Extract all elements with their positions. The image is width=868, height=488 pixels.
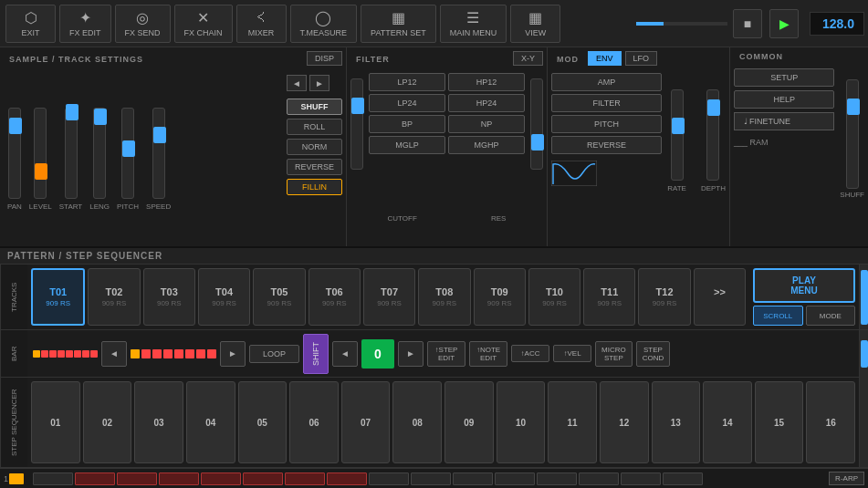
lfo-tab[interactable]: LFO: [625, 51, 658, 66]
steps-scrollbar[interactable]: [859, 378, 868, 467]
disp-button[interactable]: DISP: [307, 51, 342, 66]
step-09[interactable]: 09: [444, 381, 494, 463]
step-03[interactable]: 03: [134, 381, 183, 463]
track-t07[interactable]: T07 909 RS: [363, 268, 415, 326]
track-t11[interactable]: T11 909 RS: [583, 268, 635, 326]
note-edit-button[interactable]: ↑NOTEEDIT: [469, 341, 507, 367]
step-05[interactable]: 05: [238, 381, 288, 463]
track-t06[interactable]: T06 909 RS: [309, 268, 361, 326]
help-button[interactable]: HELP: [734, 90, 834, 109]
bar-next-button[interactable]: ►: [220, 341, 246, 367]
mglp-button[interactable]: MGLP: [369, 136, 445, 154]
lp24-button[interactable]: LP24: [369, 94, 445, 112]
bp-button[interactable]: BP: [369, 115, 445, 133]
mghp-button[interactable]: MGHP: [448, 136, 525, 154]
mode-button[interactable]: MODE: [806, 306, 856, 326]
step-edit-button[interactable]: ↑STEPEDIT: [427, 341, 465, 367]
step-13[interactable]: 13: [652, 381, 701, 463]
view-button[interactable]: ▦ VIEW: [510, 5, 560, 43]
reverse-mod-button[interactable]: REVERSE: [551, 136, 662, 154]
step-controls-scrollbar[interactable]: [859, 330, 868, 378]
bottom-mini-10: [411, 472, 451, 485]
depth-slider[interactable]: DEPTH: [701, 89, 726, 192]
arrow-left-button[interactable]: ◄: [287, 75, 307, 91]
sample-track-label: SAMPLE / TRACK SETTINGS: [4, 51, 149, 66]
step-08[interactable]: 08: [392, 381, 442, 463]
lp12-button[interactable]: LP12: [369, 73, 445, 91]
norm-button[interactable]: NORM: [287, 139, 342, 155]
step-scrollbar-thumb[interactable]: [861, 340, 868, 368]
speed-slider[interactable]: SPEED: [146, 108, 171, 211]
track-t09[interactable]: T09 909 RS: [474, 268, 526, 326]
fillin-button[interactable]: FILLIN: [287, 179, 342, 195]
common-label: COMMON: [734, 48, 789, 63]
step-12[interactable]: 12: [600, 381, 649, 463]
micro-step-button[interactable]: MICROSTEP: [595, 341, 633, 367]
r-arp-button[interactable]: R-ARP: [829, 472, 864, 485]
loop-button[interactable]: LOOP: [249, 345, 299, 363]
play-menu-button[interactable]: PLAY MENU: [753, 268, 855, 303]
shift-button[interactable]: SHIFT: [303, 334, 329, 374]
step-01[interactable]: 01: [31, 381, 80, 463]
track-t12[interactable]: T12 909 RS: [638, 268, 690, 326]
pitch-slider[interactable]: PITCH: [117, 108, 139, 211]
main-menu-button[interactable]: ☰ MAIN MENU: [440, 5, 507, 43]
step-06[interactable]: 06: [289, 381, 339, 463]
stop-button[interactable]: ■: [733, 9, 762, 38]
bar-prev-button[interactable]: ◄: [101, 341, 127, 367]
track-t03[interactable]: T03 909 RS: [143, 268, 195, 326]
step-07[interactable]: 07: [341, 381, 391, 463]
vel-button[interactable]: ↑VEL: [553, 345, 591, 362]
start-slider[interactable]: START: [59, 108, 82, 211]
reverse-button[interactable]: REVERSE: [287, 159, 342, 175]
hp24-button[interactable]: HP24: [448, 94, 525, 112]
exit-button[interactable]: ⬡ EXIT: [5, 5, 56, 43]
rate-slider[interactable]: RATE: [667, 89, 686, 192]
setup-button[interactable]: SETUP: [734, 68, 834, 87]
step-04[interactable]: 04: [186, 381, 235, 463]
track-t08[interactable]: T08 909 RS: [418, 268, 470, 326]
step-15[interactable]: 15: [755, 381, 804, 463]
scrollbar-thumb[interactable]: [861, 270, 868, 325]
shuff-button[interactable]: SHUFF: [287, 99, 342, 115]
track-t02[interactable]: T02 909 RS: [88, 268, 140, 326]
track-t10[interactable]: T10 909 RS: [528, 268, 580, 326]
step-cond-button[interactable]: STEPCOND: [636, 341, 671, 367]
roll-button[interactable]: ROLL: [287, 119, 342, 135]
play-button[interactable]: ▶: [769, 9, 799, 38]
tracks-scrollbar[interactable]: [859, 265, 868, 329]
step-10[interactable]: 10: [497, 381, 546, 463]
scroll-button[interactable]: SCROLL: [753, 306, 803, 326]
bottom-mini-13: [537, 472, 577, 485]
track-t05[interactable]: T05 909 RS: [253, 268, 305, 326]
step-next-button[interactable]: ►: [398, 341, 424, 367]
fx-send-button[interactable]: ◎ FX SEND: [115, 5, 171, 43]
finetune-button[interactable]: ♩FINETUNE: [734, 112, 834, 130]
amp-button[interactable]: AMP: [551, 73, 662, 91]
track-t04[interactable]: T04 909 RS: [198, 268, 250, 326]
mixer-button[interactable]: ⧼ MIXER: [236, 5, 287, 43]
step-14[interactable]: 14: [703, 381, 752, 463]
pan-slider[interactable]: PAN: [7, 108, 22, 211]
t-measure-button[interactable]: ◯ T.MEASURE: [290, 5, 358, 43]
step-11[interactable]: 11: [548, 381, 597, 463]
pattern-set-button[interactable]: ▦ PATTERN SET: [361, 5, 436, 43]
filter-mod-button[interactable]: FILTER: [551, 94, 662, 112]
arrow-right-button[interactable]: ►: [309, 75, 329, 91]
tracks-label: TRACKS: [0, 265, 27, 329]
track-t01[interactable]: T01 909 RS: [31, 268, 85, 326]
xy-button[interactable]: X-Y: [513, 51, 543, 66]
acc-button[interactable]: ↑ACC: [511, 345, 549, 362]
leng-slider[interactable]: LENG: [89, 108, 110, 211]
level-slider[interactable]: LEVEL: [29, 108, 52, 211]
env-tab[interactable]: ENV: [588, 51, 622, 66]
step-16[interactable]: 16: [806, 381, 855, 463]
fx-edit-button[interactable]: ✦ FX EDIT: [59, 5, 111, 43]
fx-chain-button[interactable]: ✕ FX CHAIN: [174, 5, 233, 43]
pitch-mod-button[interactable]: PITCH: [551, 115, 662, 133]
hp12-button[interactable]: HP12: [448, 73, 525, 91]
np-button[interactable]: NP: [448, 115, 525, 133]
step-prev-button[interactable]: ◄: [332, 341, 358, 367]
step-02[interactable]: 02: [83, 381, 132, 463]
track-next[interactable]: >>: [694, 268, 746, 326]
